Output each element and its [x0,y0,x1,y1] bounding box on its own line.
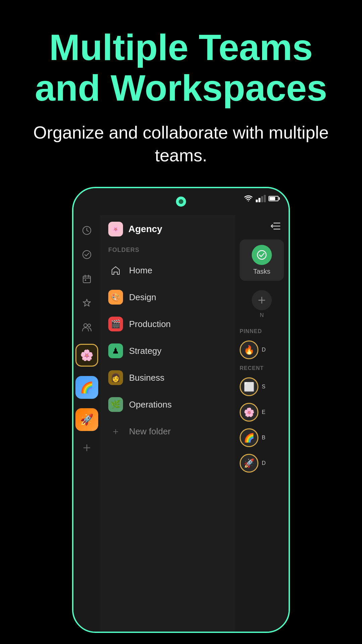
pinned-avatar-1: 🔥 [240,340,258,359]
wifi-icon [244,195,253,202]
business-folder-icon: 👩 [108,370,123,385]
folder-production-label: Production [129,319,171,329]
star-icon[interactable] [78,294,96,312]
folder-design-label: Design [129,292,156,303]
recent-avatar-4: 🚀 [240,454,258,473]
recent-name-2: E [262,409,265,415]
hero-title-line2: and Workspaces [35,67,327,108]
signal-icon [256,195,266,202]
svg-point-6 [257,251,266,259]
new-folder-plus-icon: ＋ [108,424,123,439]
rainbow-workspace[interactable]: 🌈 [75,376,98,399]
status-icons [244,195,279,202]
pinned-name-1: D [262,347,266,353]
folders-label: FOLDERS [100,243,235,257]
folder-strategy-label: Strategy [129,346,162,356]
app-content: 🌸 🌈 🚀 [73,215,289,632]
tasks-circle-icon [252,245,272,265]
new-folder-button[interactable]: ＋ New folder [100,418,235,445]
hero-title: Multiple Teams and Workspaces [20,27,342,108]
folder-strategy[interactable]: ♟ Strategy [100,337,235,364]
phone-screen: 🌸 🌈 🚀 [73,188,289,632]
status-bar [73,188,289,215]
recent-avatar-2: 🌸 [240,403,258,422]
tasks-button[interactable]: Tasks [240,239,284,281]
team-emoji: 🌸 [108,222,123,236]
folder-production[interactable]: 🎬 Production [100,311,235,337]
recent-section-label: RECENT [235,363,289,374]
camera-indicator [176,197,186,207]
design-folder-icon: 🎨 [108,290,123,305]
right-panel-header [235,215,289,239]
new-folder-label: New folder [129,426,171,437]
add-new-section: N [235,287,289,326]
recent-name-4: D [262,460,266,466]
recent-item-4[interactable]: 🚀 D [235,450,289,476]
right-panel: Tasks N PINNED [235,215,289,632]
home-folder-icon [108,263,123,278]
add-workspace-button[interactable] [78,439,96,457]
svg-rect-2 [83,276,90,283]
phone-mockup: 🌸 🌈 🚀 [72,187,290,633]
team-name: Agency [128,224,162,234]
folder-panel: 🌸 Agency FOLDERS Home [100,215,235,632]
folder-operations[interactable]: 🌿 Operations [100,391,235,418]
people-icon[interactable] [78,318,96,336]
sidebar-icons: 🌸 🌈 🚀 [73,215,100,632]
operations-folder-icon: 🌿 [108,397,123,412]
folder-design[interactable]: 🎨 Design [100,284,235,311]
add-new-button[interactable] [252,290,272,310]
pinned-section-label: PINNED [235,326,289,337]
recent-name-3: B [262,435,265,441]
camera-lens [179,199,183,204]
add-new-label: N [260,312,264,318]
tasks-label: Tasks [253,268,270,275]
collapse-button[interactable] [270,222,282,233]
svg-rect-3 [85,279,86,281]
pinned-item-1[interactable]: 🔥 D [235,337,289,363]
calendar-icon[interactable] [78,270,96,287]
strategy-folder-icon: ♟ [108,343,123,358]
battery-icon [268,196,279,201]
folder-home-label: Home [129,265,152,276]
hero-subtitle: Organize and collaborate with multiple t… [20,121,342,167]
hero-title-line1: Multiple Teams [49,26,313,68]
recent-name-1: S [262,384,265,390]
hero-section: Multiple Teams and Workspaces Organize a… [0,0,362,180]
check-icon[interactable] [78,246,96,263]
production-folder-icon: 🎬 [108,317,123,331]
svg-point-5 [88,324,90,327]
recent-avatar-1: ⬜ [240,377,258,396]
team-header[interactable]: 🌸 Agency [100,215,235,243]
folder-operations-label: Operations [129,399,172,410]
folder-business-label: Business [129,373,165,383]
camera-notch [171,192,191,212]
rocket-workspace[interactable]: 🚀 [75,408,98,431]
recent-avatar-3: 🌈 [240,428,258,447]
agency-workspace[interactable]: 🌸 [75,344,98,367]
clock-icon[interactable] [78,222,96,239]
recent-item-1[interactable]: ⬜ S [235,374,289,399]
svg-point-1 [83,251,91,259]
folder-home[interactable]: Home [100,257,235,284]
phone-frame: 🌸 🌈 🚀 [72,187,290,633]
recent-item-2[interactable]: 🌸 E [235,399,289,425]
folder-business[interactable]: 👩 Business [100,364,235,391]
svg-point-4 [84,324,87,327]
recent-item-3[interactable]: 🌈 B [235,425,289,450]
